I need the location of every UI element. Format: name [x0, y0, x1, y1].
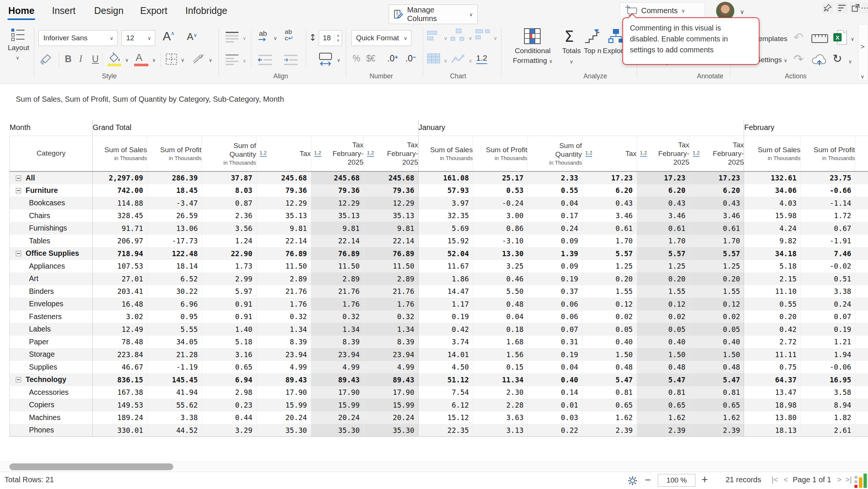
table-cell[interactable]: 0.65	[582, 399, 637, 411]
table-cell[interactable]: 3.25	[473, 260, 527, 273]
table-cell[interactable]: 0.19	[527, 272, 582, 285]
table-cell[interactable]: 4.99	[256, 361, 311, 374]
table-cell[interactable]: 161.08	[418, 171, 473, 184]
row-label-tables[interactable]: Tables	[10, 235, 93, 248]
table-cell[interactable]: 14.01	[418, 348, 473, 361]
table-cell[interactable]: 91.71	[92, 222, 147, 235]
table-cell[interactable]: 15.99	[311, 399, 364, 411]
decrease-indent-icon[interactable]	[258, 53, 274, 66]
table-cell[interactable]: 0.20	[689, 272, 744, 285]
table-cell[interactable]: 55.62	[147, 399, 202, 411]
export-excel-icon[interactable]: X	[833, 30, 848, 45]
number-format-badge[interactable]: 1.2	[367, 150, 374, 157]
table-cell[interactable]: 9.81	[256, 222, 311, 235]
table-cell[interactable]: 0.44	[202, 411, 256, 424]
row-label-envelopes[interactable]: Envelopes	[10, 298, 93, 310]
table-cell[interactable]: 1.25	[637, 260, 689, 273]
currency-format-button[interactable]: $€	[366, 53, 375, 64]
chevron-down-icon[interactable]: ∨	[469, 58, 472, 64]
table-cell[interactable]: -17.73	[147, 235, 202, 248]
table-cell[interactable]: 2,297.09	[92, 171, 147, 184]
table-cell[interactable]: 1.76	[256, 298, 311, 310]
row-label-chairs[interactable]: Chairs	[10, 209, 93, 222]
table-cell[interactable]: 0.24	[801, 298, 855, 310]
table-cell[interactable]: 89.43	[256, 373, 311, 386]
table-cell[interactable]: 0.81	[582, 386, 637, 399]
table-cell[interactable]: 0.32	[311, 310, 364, 323]
table-cell[interactable]: 76.89	[311, 247, 364, 260]
table-cell[interactable]: 52.04	[418, 247, 473, 260]
scrollbar-thumb[interactable]	[9, 463, 173, 470]
table-cell[interactable]: 23.75	[801, 171, 855, 184]
table-cell[interactable]: 0.20	[582, 272, 637, 285]
row-label-fasteners[interactable]: Fasteners	[10, 310, 93, 323]
table-cell[interactable]: 0.04	[527, 361, 582, 374]
table-cell[interactable]: 2.39	[689, 424, 744, 437]
redo-icon[interactable]: ↷	[793, 52, 804, 66]
wrap-text-icon[interactable]: ab c↵	[285, 29, 293, 41]
table-cell[interactable]: 0.48	[473, 298, 527, 310]
table-cell[interactable]: 15.99	[364, 399, 418, 411]
table-cell[interactable]: 13.47	[744, 386, 801, 399]
table-cell[interactable]: -1.19	[147, 361, 202, 374]
table-cell[interactable]: 22.14	[364, 235, 418, 248]
table-cell[interactable]: 2.36	[202, 209, 256, 222]
column-header-sum-of-sales[interactable]: Sum of Salesin Thousands	[744, 136, 801, 171]
table-cell[interactable]: 1.62	[637, 411, 689, 424]
refresh-icon[interactable]: ↻	[833, 52, 842, 65]
table-cell[interactable]: 1.39	[527, 247, 582, 260]
table-cell[interactable]: 11.10	[744, 285, 801, 298]
table-cell[interactable]: 15.12	[418, 411, 473, 424]
table-cell[interactable]: 223.84	[92, 348, 147, 361]
table-cell[interactable]: 0.40	[637, 336, 689, 348]
table-cell[interactable]: 3.63	[473, 411, 527, 424]
table-cell[interactable]: 5.18	[744, 260, 801, 273]
table-cell[interactable]: 35.13	[311, 209, 364, 222]
table-cell[interactable]: 5.57	[582, 247, 637, 260]
text-overflow-icon[interactable]: ab	[258, 29, 267, 41]
table-cell[interactable]: 0.81	[637, 386, 689, 399]
table-cell[interactable]: 1.70	[689, 235, 744, 248]
table-cell[interactable]: 3.56	[202, 222, 256, 235]
table-cell[interactable]: -0.02	[801, 260, 855, 273]
number-format-badge[interactable]: 1.2	[260, 150, 267, 157]
table-cell[interactable]: 2.39	[637, 424, 689, 437]
table-cell[interactable]: 245.68	[364, 171, 418, 184]
row-label-technology[interactable]: Technology	[10, 373, 93, 386]
table-cell[interactable]: 9.81	[311, 222, 364, 235]
row-label-all[interactable]: All	[10, 171, 93, 184]
table-cell[interactable]: 3.02	[92, 310, 147, 323]
column-header-sum-of-sales[interactable]: Sum of Salesin Thousands	[418, 136, 473, 171]
column-header-tax[interactable]: 1.2Tax	[256, 136, 311, 171]
table-cell[interactable]: 11.34	[473, 373, 527, 386]
table-cell[interactable]: 0.20	[744, 310, 801, 323]
collapse-icon[interactable]	[16, 188, 21, 193]
zoom-level-box[interactable]: 100 %	[658, 474, 695, 487]
table-cell[interactable]: 0.12	[582, 298, 637, 310]
ribbon-scroll-down-icon[interactable]: ∨	[860, 73, 864, 79]
table-cell[interactable]: 0.23	[202, 399, 256, 411]
table-cell[interactable]: 8.03	[202, 184, 256, 197]
table-cell[interactable]: 1.62	[689, 411, 744, 424]
table-cell[interactable]: 8.39	[256, 336, 311, 348]
table-cell[interactable]: 17.90	[311, 386, 364, 399]
table-cell[interactable]: 1.72	[801, 209, 855, 222]
next-page-icon[interactable]: >	[837, 475, 842, 484]
table-cell[interactable]: 0.09	[527, 235, 582, 248]
table-cell[interactable]: 32.35	[418, 209, 473, 222]
table-cell[interactable]: 23.94	[364, 348, 418, 361]
table-cell[interactable]: 17.23	[637, 171, 689, 184]
decrease-font-icon[interactable]: A∨	[187, 31, 197, 43]
table-cell[interactable]: 1.68	[473, 336, 527, 348]
table-cell[interactable]: 20.24	[256, 411, 311, 424]
table-cell[interactable]: 0.19	[418, 310, 473, 323]
cloud-upload-icon[interactable]	[810, 53, 828, 66]
table-cell[interactable]: 13.30	[473, 247, 527, 260]
table-cell[interactable]: 1.34	[364, 323, 418, 336]
tab-infobridge[interactable]: Infobridge	[185, 5, 227, 16]
table-cell[interactable]: -3.47	[147, 197, 202, 209]
table-cell[interactable]: 89.43	[311, 373, 364, 386]
table-cell[interactable]: 0.95	[147, 310, 202, 323]
ribbon-scroll-rail[interactable]: > ∨	[858, 24, 868, 81]
table-cell[interactable]: 2.30	[473, 386, 527, 399]
